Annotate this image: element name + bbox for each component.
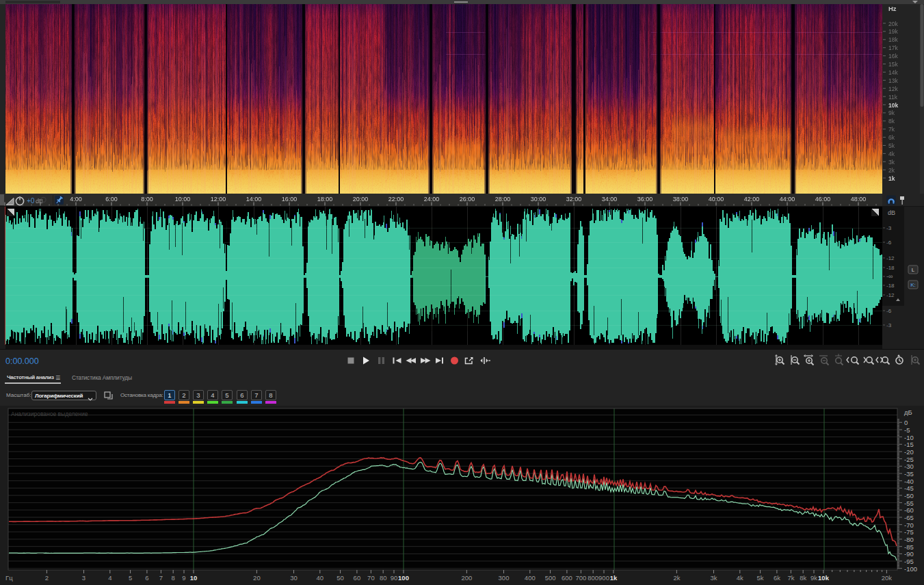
svg-text:600: 600 — [562, 574, 572, 582]
svg-text:300: 300 — [499, 574, 510, 582]
svg-text:-12: -12 — [886, 292, 895, 298]
svg-text:22:00: 22:00 — [388, 196, 404, 203]
svg-text:18k: 18k — [888, 36, 898, 43]
svg-text:-55: -55 — [904, 499, 914, 507]
svg-text:-18: -18 — [886, 265, 895, 271]
svg-text:-45: -45 — [904, 484, 914, 492]
svg-text:20k: 20k — [882, 574, 893, 582]
svg-text:-12: -12 — [886, 255, 895, 261]
svg-text:8k: 8k — [888, 118, 895, 125]
svg-text:5k: 5k — [888, 142, 895, 149]
svg-text:24:00: 24:00 — [424, 196, 440, 203]
svg-text:28:00: 28:00 — [495, 196, 511, 203]
svg-text:8:00: 8:00 — [141, 196, 153, 203]
svg-text:-95: -95 — [904, 558, 914, 565]
svg-text:20k: 20k — [888, 21, 898, 27]
svg-text:42:00: 42:00 — [744, 196, 760, 203]
svg-text:38:00: 38:00 — [673, 196, 689, 203]
svg-text:14k: 14k — [888, 69, 898, 76]
svg-text:30:00: 30:00 — [531, 196, 546, 203]
svg-text:-75: -75 — [904, 528, 914, 536]
svg-text:10:00: 10:00 — [175, 196, 191, 203]
svg-text:6k: 6k — [774, 574, 780, 582]
svg-text:4k: 4k — [737, 574, 743, 582]
svg-text:800: 800 — [588, 574, 598, 582]
svg-text:200: 200 — [461, 574, 472, 582]
svg-text:5k: 5k — [757, 574, 764, 582]
svg-text:18:00: 18:00 — [317, 196, 333, 203]
svg-text:-18: -18 — [886, 283, 895, 289]
svg-text:-10: -10 — [904, 434, 914, 441]
svg-text:6: 6 — [145, 574, 148, 582]
svg-text:50: 50 — [336, 574, 344, 582]
svg-text:10k: 10k — [818, 574, 830, 582]
svg-text:30: 30 — [290, 574, 298, 582]
svg-text:4: 4 — [108, 574, 111, 582]
svg-text:-100: -100 — [904, 565, 917, 573]
svg-text:20:00: 20:00 — [353, 196, 369, 203]
svg-text:3: 3 — [82, 574, 85, 582]
svg-text:8: 8 — [172, 574, 175, 582]
svg-text:-25: -25 — [904, 456, 914, 463]
svg-text:3k: 3k — [710, 574, 717, 582]
svg-text:-6: -6 — [886, 239, 892, 246]
svg-text:-20: -20 — [904, 448, 914, 456]
svg-text:12k: 12k — [888, 86, 898, 92]
svg-text:500: 500 — [545, 574, 556, 582]
svg-text:11k: 11k — [888, 94, 898, 101]
svg-text:20: 20 — [253, 574, 261, 582]
svg-text:-80: -80 — [904, 536, 914, 543]
svg-text:0: 0 — [904, 419, 908, 426]
svg-text:17k: 17k — [888, 44, 898, 51]
svg-text:5: 5 — [129, 574, 132, 582]
svg-text:15k: 15k — [888, 61, 898, 68]
svg-text:46:00: 46:00 — [815, 196, 831, 203]
svg-text:48:00: 48:00 — [851, 196, 867, 203]
svg-text:40:00: 40:00 — [709, 196, 724, 203]
svg-text:1k: 1k — [610, 574, 618, 582]
svg-text:6:00: 6:00 — [105, 196, 118, 203]
svg-text:10k: 10k — [888, 102, 898, 109]
svg-text:2k: 2k — [888, 167, 895, 174]
svg-text:400: 400 — [525, 574, 536, 582]
svg-text:8k: 8k — [800, 574, 806, 582]
svg-text:-3: -3 — [886, 322, 892, 328]
svg-text:19k: 19k — [888, 28, 898, 35]
svg-text:4:00: 4:00 — [70, 196, 82, 203]
svg-text:40: 40 — [317, 574, 324, 582]
svg-text:9k: 9k — [888, 109, 895, 116]
svg-text:2: 2 — [45, 574, 49, 582]
svg-text:7k: 7k — [787, 574, 794, 582]
svg-text:-3: -3 — [886, 225, 892, 231]
svg-text:Анализированое выделение: Анализированое выделение — [11, 411, 88, 417]
svg-text:-30: -30 — [904, 463, 914, 470]
svg-text:-90: -90 — [904, 550, 914, 558]
svg-text:-35: -35 — [904, 470, 914, 478]
svg-text:L: L — [912, 267, 915, 273]
svg-text:-40: -40 — [904, 478, 914, 485]
svg-text:16k: 16k — [888, 53, 898, 60]
svg-text:-15: -15 — [904, 441, 914, 448]
svg-text:36:00: 36:00 — [637, 196, 653, 203]
svg-text:90: 90 — [391, 574, 398, 582]
svg-text:80: 80 — [380, 574, 387, 582]
svg-text:dB: dB — [888, 209, 895, 216]
svg-text:-5: -5 — [904, 426, 910, 434]
svg-text:2k: 2k — [673, 574, 680, 582]
svg-text:-70: -70 — [904, 521, 914, 529]
svg-text:14:00: 14:00 — [246, 196, 262, 203]
svg-text:-50: -50 — [904, 492, 914, 499]
svg-text:34:00: 34:00 — [602, 196, 618, 203]
svg-text:6k: 6k — [888, 134, 895, 141]
svg-text:7: 7 — [159, 574, 163, 582]
svg-text:dB: dB — [36, 198, 43, 205]
svg-text:100: 100 — [398, 574, 409, 582]
svg-text:16:00: 16:00 — [282, 196, 298, 203]
svg-text:Гц: Гц — [5, 574, 13, 582]
svg-text:10: 10 — [190, 574, 198, 582]
svg-text:9: 9 — [182, 574, 185, 582]
svg-text:700: 700 — [575, 574, 586, 582]
svg-text:-65: -65 — [904, 514, 914, 521]
svg-text:-6: -6 — [886, 308, 892, 314]
svg-text:3k: 3k — [888, 159, 895, 166]
